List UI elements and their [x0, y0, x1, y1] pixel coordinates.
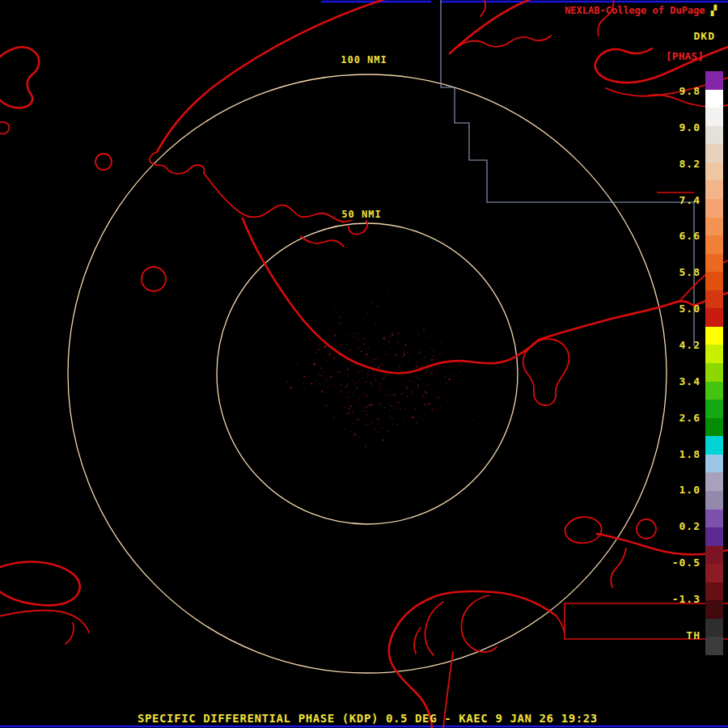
colorbar-segment — [705, 345, 723, 363]
coastline-path — [301, 236, 344, 247]
colorbar-segment — [705, 546, 723, 565]
colorbar-tick: 4.2 — [679, 340, 700, 350]
colorbar-segment — [705, 163, 723, 181]
color-scale-tick-labels: 9.89.08.27.46.65.85.04.23.42.61.81.00.2-… — [672, 86, 700, 641]
coastline-path — [157, 0, 390, 152]
range-rings — [68, 74, 667, 673]
colorbar-segment — [705, 455, 723, 473]
radar-map-canvas — [0, 0, 728, 728]
colorbar-segment — [705, 235, 723, 254]
island-outline — [637, 519, 656, 539]
coastline-path — [0, 122, 9, 133]
colorbar-tick: 1.0 — [679, 485, 700, 495]
colorbar-segment — [705, 71, 723, 90]
colorbar-tick: 8.2 — [679, 159, 700, 169]
colorbar-segment — [705, 510, 723, 528]
colorbar-segment — [705, 491, 723, 510]
colorbar-tick: 5.0 — [679, 303, 700, 314]
colorbar-tick: 7.4 — [679, 195, 700, 205]
colorbar-segment — [705, 382, 723, 400]
colorbar-segment — [705, 199, 723, 218]
coastline-path — [425, 602, 443, 655]
colorbar-tick: 9.8 — [679, 86, 700, 96]
coastline-path — [150, 152, 204, 174]
coastline-path — [555, 615, 565, 633]
colorbar-tick: TH — [686, 630, 700, 641]
coastline-path — [461, 595, 497, 652]
brand-label: NEXLAB-College of DuPage — [565, 5, 705, 16]
colorbar-segment — [705, 308, 723, 327]
coastline-path — [414, 628, 421, 654]
coastline-path — [243, 218, 519, 373]
colorbar-tick: 2.6 — [679, 413, 700, 423]
coastline-path — [458, 36, 551, 47]
colorbar-tick: 6.6 — [679, 231, 700, 241]
map-outlines — [0, 0, 728, 728]
colorbar-tick: 0.2 — [679, 521, 700, 531]
colorbar-segment — [705, 418, 723, 437]
colorbar-segment — [705, 108, 723, 126]
colorbar-segment — [705, 218, 723, 236]
colorbar-segment — [705, 272, 723, 290]
range-ring-100nmi — [68, 74, 667, 673]
colorbar-segment — [705, 527, 723, 546]
brand-text: NEXLAB-College of DuPage ▞ — [565, 5, 717, 16]
colorbar-segment — [705, 144, 723, 163]
colorbar-segment — [705, 400, 723, 418]
island-outline — [523, 339, 569, 405]
colorbar-tick: -1.3 — [672, 594, 700, 604]
colorbar-tick: 3.4 — [679, 376, 700, 387]
colorbar-segment — [705, 254, 723, 273]
product-caption: SPECIFIC DIFFERENTIAL PHASE (KDP) 0.5 DE… — [138, 712, 598, 725]
colorbar-segment — [705, 180, 723, 199]
colorbar-segment — [705, 637, 723, 655]
coastline-path — [0, 562, 80, 606]
range-ring-50nmi — [217, 223, 518, 524]
colorbar-segment — [705, 564, 723, 582]
colorbar-segment — [705, 582, 723, 601]
blue-frame-lines — [0, 2, 728, 726]
coastline-path — [0, 610, 89, 633]
radar-display: NEXLAB-College of DuPage ▞ DKD [PHAS] 10… — [0, 0, 728, 728]
coastline-path — [0, 47, 39, 108]
colorbar-segment — [705, 472, 723, 491]
units-label: [PHAS] — [666, 50, 704, 62]
coastline-path — [389, 591, 555, 728]
ring-label-100nmi: 100 NMI — [338, 54, 390, 66]
colorbar-segment — [705, 600, 723, 619]
colorbar-segment — [705, 436, 723, 455]
colorbar-tick: 5.8 — [679, 267, 700, 277]
cod-logo-icon: ▞ — [711, 5, 717, 16]
island-outline — [565, 517, 601, 543]
colorbar-segment — [705, 327, 723, 345]
product-code: DKD — [694, 30, 715, 42]
coastline-path — [611, 548, 626, 587]
boundary-line — [565, 603, 728, 639]
ring-label-50nmi: 50 NMI — [339, 209, 383, 220]
coastline-path — [204, 173, 239, 212]
colorbar-segment — [705, 90, 723, 108]
colorbar-segment — [705, 619, 723, 637]
coastline-path — [66, 623, 74, 644]
island-outline — [142, 267, 166, 291]
colorbar-tick: -0.5 — [672, 557, 700, 568]
colorbar-segment — [705, 126, 723, 145]
colorbar-segment — [705, 363, 723, 382]
color-scale-bar — [705, 71, 723, 655]
colorbar-tick: 1.8 — [679, 449, 700, 459]
colorbar-tick: 9.0 — [679, 122, 700, 133]
island-outline — [95, 154, 112, 170]
radar-echoes — [286, 286, 486, 450]
colorbar-segment — [705, 290, 723, 309]
